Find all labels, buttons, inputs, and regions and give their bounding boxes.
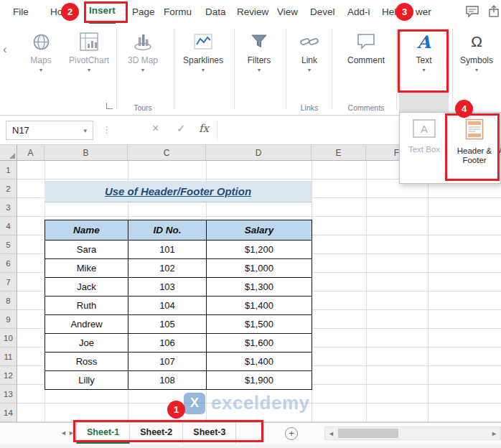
3d-map-button[interactable]: 3D Map ▾ bbox=[118, 29, 168, 73]
3d-map-icon bbox=[133, 29, 153, 54]
name-box[interactable]: N17 ▾ bbox=[6, 121, 93, 140]
cell[interactable]: 104 bbox=[128, 297, 207, 315]
dialog-launcher-icon[interactable] bbox=[106, 103, 113, 109]
scroll-left-icon[interactable]: ◄ bbox=[328, 430, 334, 437]
header-cell-id[interactable]: ID No. bbox=[128, 220, 207, 241]
filters-button[interactable]: Filters ▾ bbox=[238, 29, 280, 73]
row-header[interactable]: 7 bbox=[0, 273, 17, 291]
cell[interactable]: Jack bbox=[45, 278, 128, 297]
cell[interactable]: $1,400 bbox=[207, 353, 312, 371]
row-headers: 1 2 3 4 5 6 7 8 9 10 11 12 13 14 bbox=[0, 161, 17, 422]
tab-data[interactable]: Data bbox=[205, 0, 226, 24]
maps-button[interactable]: Maps ▾ bbox=[22, 29, 60, 73]
header-cell-name[interactable]: Name bbox=[45, 220, 128, 241]
header-cell-salary[interactable]: Salary bbox=[207, 220, 312, 241]
tab-developer[interactable]: Devel bbox=[310, 0, 335, 24]
cell[interactable]: $1,900 bbox=[207, 371, 312, 390]
insert-function-icon[interactable]: fx bbox=[199, 122, 209, 135]
cell[interactable]: Joe bbox=[45, 334, 128, 353]
column-header-d[interactable]: D bbox=[206, 145, 312, 160]
collapse-ribbon-icon[interactable]: ‹ bbox=[3, 42, 7, 57]
cell[interactable]: Ruth bbox=[45, 297, 128, 315]
cell[interactable]: Mike bbox=[45, 259, 128, 278]
table-row: Ruth 104 $1,400 bbox=[45, 297, 312, 315]
add-sheet-button[interactable]: + bbox=[285, 427, 298, 440]
row-header[interactable]: 14 bbox=[0, 403, 17, 422]
table-row: Sara 101 $1,200 bbox=[45, 241, 312, 259]
tab-view[interactable]: View bbox=[277, 0, 298, 24]
symbols-button[interactable]: Ω Symbols ▾ bbox=[455, 29, 498, 73]
cell[interactable]: 106 bbox=[128, 334, 207, 353]
row-header[interactable]: 13 bbox=[0, 385, 17, 403]
tab-formulas[interactable]: Formu bbox=[164, 0, 192, 24]
filter-funnel-icon bbox=[250, 29, 268, 54]
scrollbar-thumb[interactable] bbox=[338, 429, 398, 438]
annotation-box-text-button bbox=[398, 29, 449, 93]
comment-button[interactable]: Comment bbox=[336, 29, 396, 65]
row-header[interactable]: 3 bbox=[0, 198, 17, 217]
row-header[interactable]: 8 bbox=[0, 291, 17, 310]
horizontal-scrollbar[interactable]: ◄ ► bbox=[324, 426, 501, 440]
column-header-e[interactable]: E bbox=[312, 145, 366, 160]
column-header-b[interactable]: B bbox=[45, 145, 128, 160]
row-header[interactable]: 2 bbox=[0, 179, 17, 198]
cell[interactable]: Andrew bbox=[45, 315, 128, 334]
share-icon[interactable] bbox=[488, 5, 500, 21]
cell[interactable]: 103 bbox=[128, 278, 207, 297]
sheet-title-cell[interactable]: Use of Header/Footer Option bbox=[45, 181, 312, 202]
tab-scroll-left-icon[interactable]: ◄ bbox=[60, 429, 67, 437]
cell[interactable]: $1,600 bbox=[207, 334, 312, 353]
cell[interactable]: Lilly bbox=[45, 371, 128, 390]
row-header[interactable]: 11 bbox=[0, 347, 17, 366]
cell[interactable]: 108 bbox=[128, 371, 207, 390]
table-row: Ross 107 $1,400 bbox=[45, 353, 312, 371]
table-row: Mike 102 $1,000 bbox=[45, 259, 312, 278]
row-header[interactable]: 10 bbox=[0, 329, 17, 347]
cancel-icon[interactable]: × bbox=[152, 122, 159, 135]
salary-table: Name ID No. Salary Sara 101 $1,200 Mike … bbox=[45, 220, 312, 390]
select-all-corner[interactable] bbox=[0, 145, 17, 160]
cell[interactable]: $1,200 bbox=[207, 241, 312, 259]
chevron-down-icon: ▾ bbox=[258, 67, 261, 73]
tab-addins[interactable]: Add-i bbox=[347, 0, 370, 24]
annotation-step-3: 3 bbox=[395, 3, 413, 21]
link-button[interactable]: Link ▾ bbox=[290, 29, 329, 73]
scroll-right-icon[interactable]: ► bbox=[491, 430, 497, 437]
row-header[interactable]: 5 bbox=[0, 235, 17, 254]
group-label-comments: Comments bbox=[336, 103, 396, 112]
row-header[interactable]: 1 bbox=[0, 161, 17, 179]
cell[interactable]: 101 bbox=[128, 241, 207, 259]
name-box-value: N17 bbox=[12, 125, 29, 136]
cell[interactable]: Ross bbox=[45, 353, 128, 371]
row-header[interactable]: 4 bbox=[0, 217, 17, 235]
tab-power[interactable]: wer bbox=[416, 0, 431, 24]
cell[interactable]: 107 bbox=[128, 353, 207, 371]
tab-page-layout[interactable]: Page bbox=[132, 0, 155, 24]
cell[interactable]: 102 bbox=[128, 259, 207, 278]
tab-review[interactable]: Review bbox=[237, 0, 268, 24]
group-label-links: Links bbox=[290, 103, 329, 112]
text-box-menu-item: A Text Box bbox=[404, 118, 444, 183]
column-header-c[interactable]: C bbox=[128, 145, 206, 160]
cell[interactable]: 105 bbox=[128, 315, 207, 334]
watermark-text: exceldemy bbox=[211, 392, 309, 414]
row-header[interactable]: 9 bbox=[0, 310, 17, 329]
cell[interactable]: $1,000 bbox=[207, 259, 312, 278]
sparklines-button[interactable]: Sparklines ▾ bbox=[177, 29, 230, 73]
sparklines-icon bbox=[193, 29, 213, 54]
cell[interactable]: $1,300 bbox=[207, 278, 312, 297]
exceldemy-logo: X bbox=[184, 393, 205, 414]
cell[interactable]: $1,400 bbox=[207, 297, 312, 315]
pivotchart-button[interactable]: PivotChart ▾ bbox=[63, 29, 115, 73]
tab-file[interactable]: File bbox=[13, 0, 29, 24]
table-row: Lilly 108 $1,900 bbox=[45, 371, 312, 390]
cell[interactable]: $1,500 bbox=[207, 315, 312, 334]
row-header[interactable]: 12 bbox=[0, 366, 17, 385]
row-header[interactable]: 6 bbox=[0, 254, 17, 273]
chat-icon[interactable] bbox=[465, 5, 479, 21]
column-header-a[interactable]: A bbox=[17, 145, 45, 160]
status-bar-edge bbox=[0, 444, 501, 448]
cell[interactable]: Sara bbox=[45, 241, 128, 259]
enter-icon[interactable]: ✓ bbox=[177, 122, 186, 135]
table-row: Andrew 105 $1,500 bbox=[45, 315, 312, 334]
